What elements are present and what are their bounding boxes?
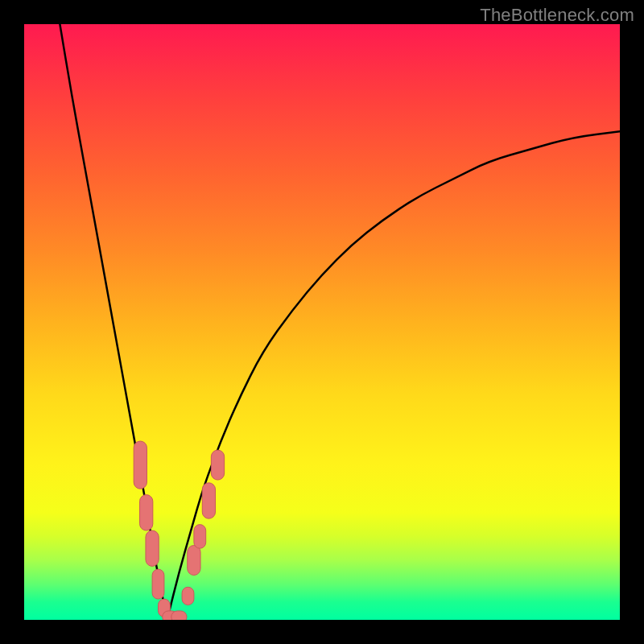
attribution-text: TheBottleneck.com xyxy=(480,5,634,26)
chart-frame: TheBottleneck.com xyxy=(0,0,644,644)
plot-background-gradient xyxy=(24,24,620,620)
